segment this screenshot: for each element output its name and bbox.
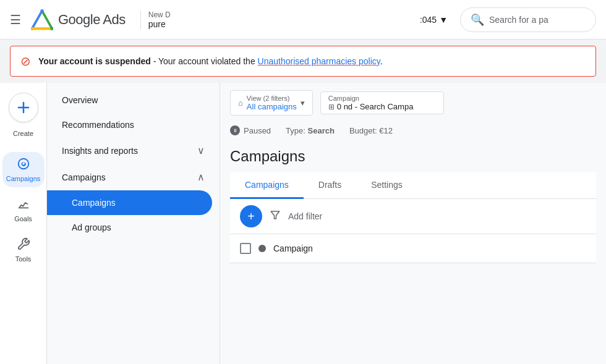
- dropdown-chevron-icon: ▾: [301, 98, 305, 108]
- campaigns-group-label: Campaigns: [62, 172, 106, 182]
- svg-marker-0: [32, 11, 52, 28]
- nav-sub-item-campaigns[interactable]: Campaigns: [47, 190, 212, 215]
- campaign-selector[interactable]: Campaign ⊞ 0 nd - Search Campa: [320, 91, 444, 114]
- logo-text: Google Ads: [58, 12, 126, 28]
- dropdown-icon: ▼: [439, 15, 448, 25]
- type-label: Type: Search: [286, 126, 335, 135]
- sidebar-item-tools[interactable]: Tools: [2, 232, 45, 268]
- chevron-up-icon: ∧: [197, 171, 205, 183]
- status-dot: [258, 245, 266, 252]
- main-layout: Create Campaigns Goals: [0, 83, 606, 364]
- nav-item-insights[interactable]: Insights and reports ∨: [47, 137, 220, 164]
- chevron-down-icon: ∨: [197, 145, 205, 156]
- table-checkbox[interactable]: [240, 243, 251, 254]
- paused-label: Paused: [244, 126, 271, 135]
- filter-bar: ⌂ View (2 filters) All campaigns ▾ Campa…: [220, 83, 606, 123]
- topbar: ☰ Google Ads New D pure :045 ▼ 🔍 Search …: [0, 0, 606, 40]
- table-row: Campaign: [230, 234, 596, 263]
- alert-end: .: [380, 56, 383, 66]
- svg-line-4: [42, 11, 52, 28]
- search-placeholder: Search for a pa: [489, 15, 548, 25]
- nav-item-overview[interactable]: Overview: [47, 88, 220, 112]
- sidebar-item-goals[interactable]: Goals: [2, 192, 45, 227]
- campaign-selector-icon: ⊞: [328, 103, 335, 111]
- google-ads-logo-icon: [31, 9, 53, 31]
- main-content: ⌂ View (2 filters) All campaigns ▾ Campa…: [220, 83, 606, 364]
- overview-label: Overview: [62, 95, 98, 105]
- data-table: Campaign: [230, 234, 596, 263]
- svg-marker-1: [32, 11, 52, 28]
- tools-icon: [17, 237, 30, 254]
- funnel-icon: [270, 210, 281, 221]
- campaign-selector-label: Campaign: [328, 95, 436, 102]
- plus-icon: [16, 100, 31, 115]
- alert-message: - Your account violated the: [151, 56, 258, 66]
- goals-label: Goals: [14, 215, 32, 222]
- budget-label: Budget: €12: [349, 126, 393, 135]
- add-campaign-button[interactable]: +: [240, 205, 262, 227]
- status-bar: ⏸ Paused Type: Search Budget: €12: [220, 123, 606, 143]
- nav-item-recommendations[interactable]: Recommendations: [47, 112, 220, 137]
- campaign-selector-text: 0 nd - Search Campa: [337, 102, 414, 111]
- account-id-text: :045: [420, 15, 437, 25]
- account-id-selector[interactable]: :045 ▼: [420, 15, 448, 25]
- create-button[interactable]: [9, 93, 38, 122]
- view-filter-button[interactable]: ⌂ View (2 filters) All campaigns ▾: [230, 90, 313, 116]
- alert-banner: ⊘ Your account is suspended - Your accou…: [10, 46, 596, 77]
- account-label: New D: [148, 11, 171, 19]
- campaigns-label: Campaigns: [6, 175, 41, 182]
- svg-rect-12: [18, 208, 28, 209]
- nav-sub-item-ad-groups[interactable]: Ad groups: [47, 215, 212, 240]
- create-label: Create: [13, 130, 33, 137]
- svg-point-5: [40, 9, 43, 12]
- logo-container: Google Ads: [31, 9, 126, 31]
- campaigns-section: Campaigns Campaigns Drafts Settings + Ad…: [220, 143, 606, 268]
- svg-marker-13: [271, 211, 280, 219]
- tabs-bar: Campaigns Drafts Settings: [230, 172, 596, 199]
- insights-label: Insights and reports: [62, 146, 138, 156]
- alert-text: Your account is suspended - Your account…: [38, 56, 383, 66]
- alert-bold: Your account is suspended: [38, 56, 151, 66]
- add-filter-button[interactable]: Add filter: [288, 211, 322, 221]
- search-icon: 🔍: [471, 13, 484, 27]
- campaigns-icon: [17, 157, 30, 174]
- goals-icon: [17, 197, 30, 214]
- sidebar-icons: Create Campaigns Goals: [0, 83, 47, 364]
- all-campaigns-value: All campaigns: [247, 102, 297, 111]
- svg-line-2: [32, 11, 42, 28]
- campaign-selector-value: ⊞ 0 nd - Search Campa: [328, 102, 436, 111]
- alert-link[interactable]: Unauthorised pharmacies policy: [258, 56, 380, 66]
- svg-point-11: [22, 163, 25, 165]
- home-icon: ⌂: [238, 98, 243, 108]
- tab-drafts[interactable]: Drafts: [304, 172, 356, 199]
- tab-settings[interactable]: Settings: [356, 172, 417, 199]
- page-title: Campaigns: [230, 148, 596, 165]
- nav-menu: Overview Recommendations Insights and re…: [47, 83, 220, 364]
- campaign-name-column: Campaign: [273, 243, 313, 253]
- tools-label: Tools: [15, 255, 32, 263]
- search-bar[interactable]: 🔍 Search for a pa: [460, 7, 596, 32]
- nav-item-campaigns-group[interactable]: Campaigns ∧: [47, 164, 220, 190]
- table-toolbar: + Add filter: [230, 199, 596, 234]
- view-filter-label: View (2 filters): [247, 95, 297, 102]
- recommendations-label: Recommendations: [62, 120, 134, 130]
- paused-status: ⏸ Paused: [230, 125, 271, 135]
- filter-icon[interactable]: [270, 210, 281, 224]
- ad-groups-label: Ad groups: [72, 222, 111, 232]
- tab-campaigns[interactable]: Campaigns: [230, 172, 304, 199]
- account-name: New D pure: [140, 11, 171, 29]
- account-value: pure: [148, 19, 171, 29]
- campaigns-item-label: Campaigns: [72, 198, 116, 208]
- pause-icon: ⏸: [230, 125, 240, 135]
- menu-icon[interactable]: ☰: [10, 12, 21, 27]
- alert-icon: ⊘: [20, 54, 31, 69]
- sidebar-item-campaigns[interactable]: Campaigns: [2, 152, 45, 187]
